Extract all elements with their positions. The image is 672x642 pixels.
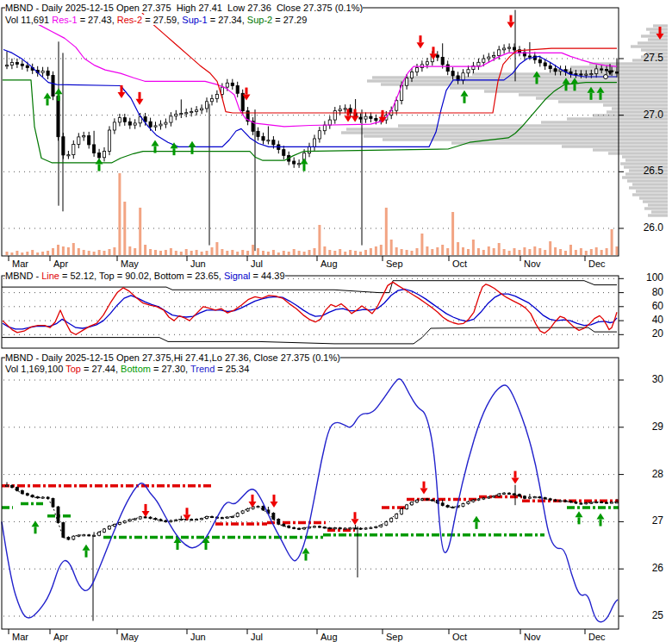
y-axis-label: 40 bbox=[625, 314, 663, 326]
panel3-title-part: MBND - Daily 2025-12-15 Open 27.375,Hi 2… bbox=[5, 352, 340, 363]
panel2-title-part: MBND - bbox=[5, 271, 41, 281]
panel1-indicator-values-part: Vol 11,691 bbox=[5, 15, 52, 25]
panel2-title-part: Line bbox=[41, 271, 59, 281]
y-axis-label: 30 bbox=[625, 373, 663, 385]
panel3-indicator-values-part: = 27.44, bbox=[81, 364, 121, 374]
panel1-title-part: MBND - Daily 2025-12-15 Open 27.375 High… bbox=[5, 3, 363, 13]
y-axis-label: 20 bbox=[625, 327, 663, 340]
panel3-indicator-values-part: Trend bbox=[190, 364, 215, 374]
month-label: Apr bbox=[53, 632, 68, 642]
y-axis-label: 25 bbox=[625, 609, 663, 621]
month-label: Aug bbox=[320, 632, 338, 642]
y-axis-label: 27.5 bbox=[625, 52, 663, 64]
month-label: Oct bbox=[452, 632, 467, 642]
y-axis-label: 29 bbox=[625, 421, 663, 433]
month-label: Jun bbox=[190, 632, 206, 642]
month-label: Jul bbox=[251, 632, 263, 642]
y-axis-label: 26.0 bbox=[625, 221, 663, 234]
panel1-indicator-values: Vol 11,691 Res-1 = 27.43, Res-2 = 27.59,… bbox=[5, 15, 307, 25]
month-label: Oct bbox=[452, 259, 467, 269]
month-label: Mar bbox=[12, 259, 28, 269]
panel1-title: MBND - Daily 2025-12-15 Open 27.375 High… bbox=[5, 3, 363, 13]
y-axis-label: 80 bbox=[625, 286, 663, 298]
month-label: Nov bbox=[524, 259, 541, 269]
y-axis-label: 26 bbox=[625, 562, 663, 574]
panel3-indicator-values-part: Vol 1,169,100 bbox=[5, 364, 65, 374]
chart-canvas[interactable] bbox=[0, 0, 672, 642]
panel1-indicator-values-part: = 27.34, bbox=[208, 15, 247, 25]
month-label: Dec bbox=[588, 632, 606, 642]
y-axis-label: 100 bbox=[625, 271, 663, 284]
panel3-indicator-values-part: = 25.34 bbox=[215, 364, 249, 374]
month-label: May bbox=[121, 632, 139, 642]
panel3-indicator-values-part: Bottom bbox=[121, 364, 151, 374]
panel3-indicator-values-part: = 27.30, bbox=[151, 364, 190, 374]
panel3-indicator-values: Vol 1,169,100 Top = 27.44, Bottom = 27.3… bbox=[5, 364, 249, 374]
month-label: Jun bbox=[190, 259, 206, 269]
month-label: Mar bbox=[12, 632, 28, 642]
y-axis-label: 27 bbox=[625, 514, 663, 527]
panel2-title-part: Signal bbox=[224, 271, 251, 281]
y-axis-label: 26.5 bbox=[625, 165, 663, 177]
month-label: Aug bbox=[320, 259, 338, 269]
panel1-indicator-values-part: Sup-1 bbox=[182, 15, 207, 25]
month-label: Sep bbox=[386, 632, 403, 642]
month-label: Dec bbox=[588, 259, 606, 269]
month-label: May bbox=[121, 259, 139, 269]
month-label: Sep bbox=[386, 259, 403, 269]
panel2-title-part: = 44.39 bbox=[250, 271, 284, 281]
panel3-indicator-values-part: Top bbox=[65, 364, 81, 374]
panel1-indicator-values-part: Sup-2 bbox=[247, 15, 272, 25]
panel1-indicator-values-part: = 27.29 bbox=[272, 15, 307, 25]
y-axis-label: 28 bbox=[625, 468, 663, 480]
panel2-title-part: = 52.12, Top = 90.02, Bottom = 23.65, bbox=[59, 271, 224, 281]
month-label: Apr bbox=[53, 259, 68, 269]
panel2-title: MBND - Line = 52.12, Top = 90.02, Bottom… bbox=[5, 271, 285, 281]
panel3-title: MBND - Daily 2025-12-15 Open 27.375,Hi 2… bbox=[5, 352, 340, 363]
month-label: Jul bbox=[251, 259, 263, 269]
panel1-indicator-values-part: = 27.43, bbox=[78, 15, 117, 25]
month-label: Nov bbox=[524, 632, 541, 642]
panel1-indicator-values-part: = 27.59, bbox=[142, 15, 182, 25]
y-axis-label: 27.0 bbox=[625, 109, 663, 121]
panel1-indicator-values-part: Res-2 bbox=[117, 15, 142, 25]
panel1-indicator-values-part: Res-1 bbox=[52, 15, 77, 25]
y-axis-label: 60 bbox=[625, 300, 663, 312]
